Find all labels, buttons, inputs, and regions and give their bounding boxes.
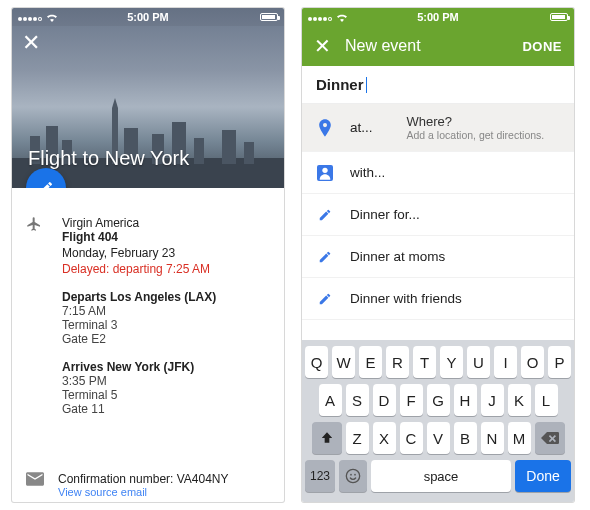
keyboard-row: Q W E R T Y U I O P bbox=[305, 346, 571, 378]
key-d[interactable]: D bbox=[373, 384, 396, 416]
key-z[interactable]: Z bbox=[346, 422, 369, 454]
confirmation-number: Confirmation number: VA404NY bbox=[58, 472, 229, 486]
pencil-icon bbox=[316, 208, 334, 222]
airline-name: Virgin America bbox=[62, 216, 268, 230]
key-l[interactable]: L bbox=[535, 384, 558, 416]
callout-sub: Add a location, get directions. bbox=[407, 129, 545, 141]
suggestion-label: Dinner at moms bbox=[350, 249, 445, 264]
wifi-icon bbox=[336, 13, 348, 22]
keyboard-row: A S D F G H J K L bbox=[305, 384, 571, 416]
suggestion-label: with... bbox=[350, 165, 385, 180]
suggestion-label: at... bbox=[350, 120, 373, 135]
key-v[interactable]: V bbox=[427, 422, 450, 454]
departs-terminal: Terminal 3 bbox=[62, 318, 268, 332]
key-j[interactable]: J bbox=[481, 384, 504, 416]
key-123[interactable]: 123 bbox=[305, 460, 335, 492]
suggestion-label: Dinner with friends bbox=[350, 291, 462, 306]
key-a[interactable]: A bbox=[319, 384, 342, 416]
pencil-icon bbox=[38, 180, 54, 188]
person-icon bbox=[316, 165, 334, 181]
suggestion-item[interactable]: Dinner at moms bbox=[302, 236, 574, 278]
svg-point-16 bbox=[354, 474, 356, 476]
pencil-icon bbox=[316, 292, 334, 306]
shift-icon bbox=[320, 431, 334, 445]
arrives-time: 3:35 PM bbox=[62, 374, 268, 388]
key-c[interactable]: C bbox=[400, 422, 423, 454]
keyboard: Q W E R T Y U I O P A S D F G H J K L bbox=[302, 340, 574, 502]
arrives-terminal: Terminal 5 bbox=[62, 388, 268, 402]
flight-detail-screen: 5:00 PM ✕ Flight to New York bbox=[12, 8, 284, 502]
emoji-icon bbox=[345, 468, 361, 484]
arrives-title: Arrives New York (JFK) bbox=[62, 360, 268, 374]
source-row: Confirmation number: VA404NY View source… bbox=[26, 472, 270, 498]
suggestion-with[interactable]: with... bbox=[302, 152, 574, 194]
close-button[interactable]: ✕ bbox=[22, 32, 40, 54]
key-r[interactable]: R bbox=[386, 346, 409, 378]
battery-icon bbox=[550, 13, 568, 21]
new-event-screen: 5:00 PM ✕ New event DONE Dinner at... Wh… bbox=[302, 8, 574, 502]
location-callout: Where? Add a location, get directions. bbox=[407, 114, 545, 141]
svg-marker-5 bbox=[112, 98, 118, 108]
status-bar: 5:00 PM bbox=[302, 8, 574, 26]
flight-number: Flight 404 bbox=[62, 230, 268, 244]
svg-rect-9 bbox=[194, 138, 204, 164]
svg-point-13 bbox=[322, 167, 327, 172]
hero: 5:00 PM ✕ Flight to New York bbox=[12, 8, 284, 188]
suggestion-item[interactable]: Dinner with friends bbox=[302, 278, 574, 320]
key-q[interactable]: Q bbox=[305, 346, 328, 378]
key-e[interactable]: E bbox=[359, 346, 382, 378]
key-b[interactable]: B bbox=[454, 422, 477, 454]
suggestion-item[interactable]: Dinner for... bbox=[302, 194, 574, 236]
key-o[interactable]: O bbox=[521, 346, 544, 378]
flight-details: Virgin America Flight 404 Monday, Februa… bbox=[12, 188, 284, 502]
delay-notice: Delayed: departing 7:25 AM bbox=[62, 262, 268, 276]
key-w[interactable]: W bbox=[332, 346, 355, 378]
key-n[interactable]: N bbox=[481, 422, 504, 454]
backspace-icon bbox=[541, 432, 559, 444]
event-title-text: Dinner bbox=[316, 76, 364, 93]
svg-rect-11 bbox=[244, 142, 254, 164]
airplane-icon bbox=[26, 216, 42, 232]
key-i[interactable]: I bbox=[494, 346, 517, 378]
key-emoji[interactable] bbox=[339, 460, 367, 492]
mail-icon bbox=[26, 472, 44, 486]
signal-dots-icon bbox=[308, 11, 333, 23]
key-y[interactable]: Y bbox=[440, 346, 463, 378]
battery-icon bbox=[260, 13, 278, 21]
suggestion-location[interactable]: at... Where? Add a location, get directi… bbox=[302, 104, 574, 152]
key-x[interactable]: X bbox=[373, 422, 396, 454]
location-pin-icon bbox=[316, 119, 334, 137]
key-g[interactable]: G bbox=[427, 384, 450, 416]
pencil-icon bbox=[316, 250, 334, 264]
close-button[interactable]: ✕ bbox=[314, 34, 331, 58]
done-button[interactable]: DONE bbox=[522, 39, 562, 54]
svg-point-15 bbox=[350, 474, 352, 476]
hero-title: Flight to New York bbox=[28, 147, 189, 170]
key-t[interactable]: T bbox=[413, 346, 436, 378]
app-bar: 5:00 PM ✕ New event DONE bbox=[302, 8, 574, 66]
key-p[interactable]: P bbox=[548, 346, 571, 378]
key-space[interactable]: space bbox=[371, 460, 511, 492]
signal-dots-icon bbox=[18, 11, 43, 23]
arrives-gate: Gate 11 bbox=[62, 402, 268, 416]
callout-title: Where? bbox=[407, 114, 545, 129]
departs-gate: Gate E2 bbox=[62, 332, 268, 346]
key-shift[interactable] bbox=[312, 422, 342, 454]
key-done[interactable]: Done bbox=[515, 460, 571, 492]
key-u[interactable]: U bbox=[467, 346, 490, 378]
text-cursor bbox=[366, 77, 368, 93]
key-h[interactable]: H bbox=[454, 384, 477, 416]
svg-rect-10 bbox=[222, 130, 236, 164]
key-k[interactable]: K bbox=[508, 384, 531, 416]
event-title-input[interactable]: Dinner bbox=[302, 66, 574, 104]
keyboard-row: 123 space Done bbox=[305, 460, 571, 492]
wifi-icon bbox=[46, 13, 58, 22]
flight-date: Monday, February 23 bbox=[62, 246, 268, 260]
key-backspace[interactable] bbox=[535, 422, 565, 454]
key-f[interactable]: F bbox=[400, 384, 423, 416]
suggestion-label: Dinner for... bbox=[350, 207, 420, 222]
view-source-link[interactable]: View source email bbox=[58, 486, 229, 498]
key-m[interactable]: M bbox=[508, 422, 531, 454]
departs-time: 7:15 AM bbox=[62, 304, 268, 318]
key-s[interactable]: S bbox=[346, 384, 369, 416]
